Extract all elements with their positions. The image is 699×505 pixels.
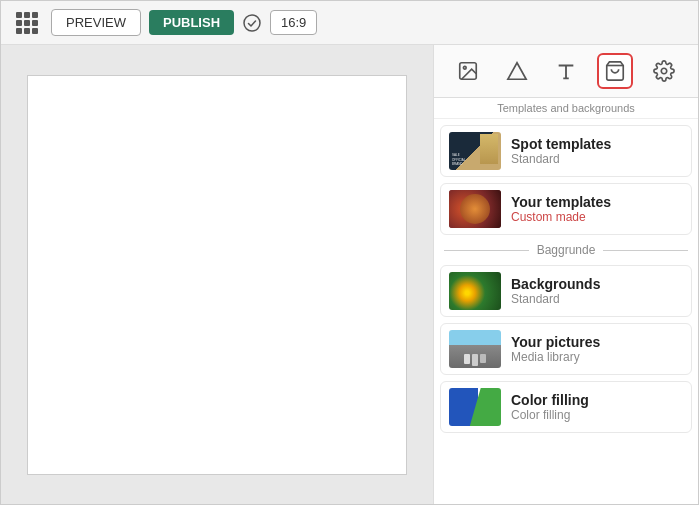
backgrounds-title: Backgrounds xyxy=(511,276,600,292)
ratio-button[interactable]: 16:9 xyxy=(270,10,317,35)
publish-button[interactable]: PUBLISH xyxy=(149,10,234,35)
panel-content: SALEOFFICIALBRAND Spot templates Standar… xyxy=(434,119,698,504)
your-templates-thumbnail xyxy=(449,190,501,228)
your-pictures-thumbnail xyxy=(449,330,501,368)
backgrounds-thumbnail xyxy=(449,272,501,310)
your-templates-title: Your templates xyxy=(511,194,611,210)
spot-templates-subtitle: Standard xyxy=(511,152,611,166)
canvas-frame xyxy=(27,75,407,475)
spot-templates-title: Spot templates xyxy=(511,136,611,152)
your-templates-item[interactable]: Your templates Custom made xyxy=(440,183,692,235)
your-pictures-item[interactable]: Your pictures Media library xyxy=(440,323,692,375)
grid-icon xyxy=(16,12,38,34)
spot-templates-info: Spot templates Standard xyxy=(511,136,611,166)
svg-point-0 xyxy=(244,15,260,31)
svg-point-4 xyxy=(661,68,667,74)
your-pictures-subtitle: Media library xyxy=(511,350,600,364)
your-pictures-info: Your pictures Media library xyxy=(511,334,600,364)
cart-icon-button[interactable] xyxy=(597,53,633,89)
panel-label: Templates and backgrounds xyxy=(434,98,698,119)
settings-icon-button[interactable] xyxy=(646,53,682,89)
backgrounds-info: Backgrounds Standard xyxy=(511,276,600,306)
spot-templates-item[interactable]: SALEOFFICIALBRAND Spot templates Standar… xyxy=(440,125,692,177)
image-icon-button[interactable] xyxy=(450,53,486,89)
spot-templates-thumbnail: SALEOFFICIALBRAND xyxy=(449,132,501,170)
backgrounds-subtitle: Standard xyxy=(511,292,600,306)
section-divider: Baggrunde xyxy=(444,243,688,257)
color-filling-item[interactable]: Color filling Color filling xyxy=(440,381,692,433)
your-pictures-title: Your pictures xyxy=(511,334,600,350)
backgrounds-item[interactable]: Backgrounds Standard xyxy=(440,265,692,317)
divider-line-left xyxy=(444,250,529,251)
check-icon xyxy=(242,13,262,33)
color-filling-thumbnail xyxy=(449,388,501,426)
shape-icon-button[interactable] xyxy=(499,53,535,89)
canvas-area xyxy=(1,45,433,504)
your-templates-subtitle: Custom made xyxy=(511,210,611,224)
color-filling-title: Color filling xyxy=(511,392,589,408)
grid-menu-button[interactable] xyxy=(11,7,43,39)
top-toolbar: PREVIEW PUBLISH 16:9 xyxy=(1,1,698,45)
your-templates-info: Your templates Custom made xyxy=(511,194,611,224)
divider-line-right xyxy=(603,250,688,251)
app-container: PREVIEW PUBLISH 16:9 xyxy=(0,0,699,505)
section-label: Baggrunde xyxy=(537,243,596,257)
color-filling-info: Color filling Color filling xyxy=(511,392,589,422)
main-area: Templates and backgrounds SALEOFFICIALBR… xyxy=(1,45,698,504)
icon-toolbar xyxy=(434,45,698,98)
color-filling-subtitle: Color filling xyxy=(511,408,589,422)
text-icon-button[interactable] xyxy=(548,53,584,89)
right-panel: Templates and backgrounds SALEOFFICIALBR… xyxy=(433,45,698,504)
preview-button[interactable]: PREVIEW xyxy=(51,9,141,36)
svg-point-2 xyxy=(464,66,467,69)
